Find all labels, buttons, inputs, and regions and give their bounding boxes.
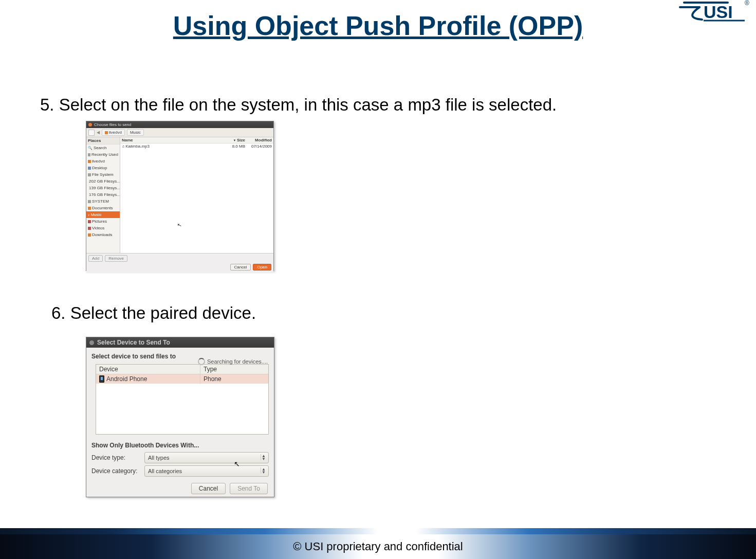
- device-type-combo[interactable]: All types ▲▼: [144, 452, 269, 463]
- disk-icon: [88, 173, 91, 176]
- sidebar-item-music[interactable]: ♪Music: [86, 211, 120, 218]
- device-row[interactable]: Android Phone Phone: [96, 374, 268, 384]
- close-icon[interactable]: [88, 123, 92, 127]
- step-5-text: 5. Select on the file on the system, in …: [40, 95, 557, 115]
- label-device-category: Device category:: [91, 467, 140, 475]
- col-size[interactable]: ▼ Size: [227, 138, 245, 142]
- step-6-text: 6. Select the paired device.: [51, 303, 256, 323]
- footer: © USI proprietary and confidential: [0, 528, 756, 559]
- filter-header: Show Only Bluetooth Devices With...: [86, 435, 274, 451]
- col-name[interactable]: Name: [122, 138, 227, 142]
- dialog2-title: Select Device to Send To: [97, 339, 170, 346]
- pictures-icon: [88, 220, 91, 223]
- sidebar-item-downloads[interactable]: Downloads: [86, 231, 120, 238]
- open-button[interactable]: Open: [253, 264, 271, 271]
- remove-button[interactable]: Remove: [105, 255, 127, 262]
- places-header: Places: [86, 137, 120, 145]
- dialog2-titlebar: Select Device to Send To: [86, 337, 274, 348]
- device-list: Device Type Android Phone Phone: [96, 364, 269, 435]
- sidebar-item-vol2[interactable]: 139 GB Filesys...: [86, 185, 120, 191]
- sidebar-item-vol3[interactable]: 176 GB Filesys...: [86, 191, 120, 198]
- folder-icon: [88, 233, 91, 237]
- sidebar-item-recent[interactable]: Recently Used: [86, 151, 120, 158]
- disk-icon: [88, 200, 91, 203]
- videos-icon: [88, 227, 91, 230]
- cursor-icon: ↖: [234, 460, 240, 468]
- select-device-dialog: Select Device to Send To Select device t…: [86, 337, 274, 497]
- device-category-combo[interactable]: All categories ▲▼: [144, 465, 269, 477]
- dialog1-title: Choose files to send: [94, 122, 132, 127]
- cancel-button[interactable]: Cancel: [191, 483, 226, 494]
- add-button[interactable]: Add: [88, 255, 103, 262]
- svg-text:®: ®: [745, 0, 749, 7]
- home-icon: [105, 131, 108, 134]
- col-modified[interactable]: Modified: [245, 138, 272, 142]
- usi-logo: USI ®: [679, 0, 751, 30]
- desktop-icon: [88, 167, 91, 170]
- sidebar-item-vol1[interactable]: 202 GB Filesys...: [86, 178, 120, 185]
- file-chooser-dialog: Choose files to send ◀ livedvd Music Pla…: [86, 121, 274, 271]
- footer-text: © USI proprietary and confidential: [293, 540, 463, 553]
- device-name: Android Phone: [106, 375, 147, 383]
- chevron-updown-icon: ▲▼: [262, 455, 266, 461]
- file-row[interactable]: ♫Kalimba.mp3 8.0 MB 07/14/2009: [120, 143, 273, 149]
- col-device[interactable]: Device: [96, 365, 200, 374]
- breadcrumb-music[interactable]: Music: [127, 129, 144, 136]
- device-type: Phone: [200, 374, 268, 384]
- sidebar-item-desktop[interactable]: Desktop: [86, 165, 120, 171]
- cancel-button[interactable]: Cancel: [230, 264, 251, 271]
- file-list: Name ▼ Size Modified ♫Kalimba.mp3 8.0 MB…: [120, 137, 273, 253]
- sidebar-item-home[interactable]: livedvd: [86, 158, 120, 165]
- file-modified: 07/14/2009: [245, 144, 272, 149]
- breadcrumb-home[interactable]: livedvd: [102, 129, 125, 136]
- label-device-type: Device type:: [91, 454, 140, 461]
- cursor-icon: ↖: [177, 222, 182, 228]
- page-title: Using Object Push Profile (OPP): [173, 10, 583, 41]
- col-type[interactable]: Type: [200, 365, 268, 374]
- sidebar-item-system[interactable]: SYSTEM: [86, 198, 120, 205]
- file-name: Kalimba.mp3: [125, 144, 150, 149]
- close-icon[interactable]: [89, 340, 94, 345]
- send-to-button[interactable]: Send To: [230, 483, 268, 494]
- chevron-updown-icon: ▲▼: [262, 468, 266, 474]
- sidebar-item-videos[interactable]: Videos: [86, 225, 120, 231]
- places-sidebar: Places 🔍Search Recently Used livedvd Des…: [86, 137, 120, 253]
- pencil-icon[interactable]: [88, 130, 95, 136]
- sidebar-item-search[interactable]: 🔍Search: [86, 145, 120, 151]
- sidebar-item-documents[interactable]: Documents: [86, 205, 120, 211]
- home-icon: [88, 160, 91, 163]
- sidebar-item-filesystem[interactable]: File System: [86, 171, 120, 178]
- spinner-icon: [198, 358, 205, 365]
- recent-icon: [88, 153, 90, 156]
- file-size: 8.0 MB: [227, 144, 245, 149]
- sidebar-item-pictures[interactable]: Pictures: [86, 218, 120, 225]
- folder-icon: [88, 207, 91, 210]
- searching-status: Searching for devices....: [198, 358, 268, 365]
- logo-text: USI: [704, 2, 733, 22]
- dialog1-titlebar: Choose files to send: [86, 121, 273, 128]
- path-bar: ◀ livedvd Music: [86, 128, 273, 137]
- phone-icon: [99, 375, 104, 383]
